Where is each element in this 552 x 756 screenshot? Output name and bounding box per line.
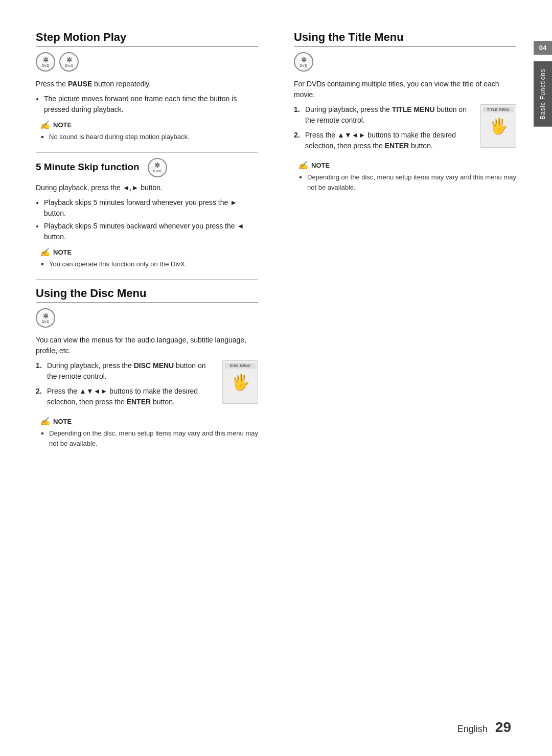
disc-menu-section: Using the Disc Menu ✲ DVD You can view t… <box>36 287 258 448</box>
disc-menu-step-2: 2. Press the ▲▼◄► buttons to make the de… <box>36 386 215 407</box>
divider-2 <box>36 279 258 280</box>
footer-page-number: 29 <box>495 719 511 735</box>
step-motion-note-title: ✍ NOTE <box>40 120 258 130</box>
title-menu-remote-image: TITLE MENU 🖐 <box>480 104 516 148</box>
minute-skip-note-list: You can operate this function only on th… <box>49 259 258 269</box>
disc-menu-note-label: NOTE <box>53 418 72 425</box>
divx-badge: ✲ DivX <box>59 52 79 72</box>
minute-skip-note-label: NOTE <box>53 248 72 256</box>
sidebar-number: 04 <box>534 41 552 55</box>
title-menu-dvd-badge: ✲ DVD <box>294 52 313 72</box>
sidebar-tab: Basic Functions <box>534 61 552 127</box>
minute-skip-bullet-2: Playback skips 5 minutes backward whenev… <box>44 221 258 242</box>
dvd-star: ✲ <box>43 57 49 63</box>
step-motion-badges: ✲ DVD ✲ DivX <box>36 52 258 72</box>
dvd-label: DVD <box>41 64 49 67</box>
right-column: Using the Title Menu ✲ DVD For DVDs cont… <box>289 31 516 453</box>
disc-menu-steps-text: 1. During playback, press the DISC MENU … <box>36 360 215 411</box>
title-menu-steps: 1. During playback, press the TITLE MENU… <box>294 104 473 151</box>
divx-star-2: ✲ <box>154 162 160 169</box>
minute-skip-bullets: Playback skips 5 minutes forward wheneve… <box>44 197 258 242</box>
title-menu-badges: ✲ DVD <box>294 52 516 72</box>
disc-menu-note-list: Depending on the disc, menu setup items … <box>49 428 258 448</box>
title-menu-note: ✍ NOTE Depending on the disc, menu setup… <box>294 161 516 192</box>
title-menu-intro: For DVDs containing multiple titles, you… <box>294 79 516 100</box>
disc-menu-intro: You can view the menus for the audio lan… <box>36 335 258 356</box>
disc-menu-note-item-1: Depending on the disc, menu setup items … <box>49 428 258 448</box>
disc-menu-note: ✍ NOTE Depending on the disc, menu setup… <box>36 417 258 448</box>
title-dvd-star: ✲ <box>301 57 307 63</box>
divx-label: DivX <box>65 64 73 67</box>
page-footer: English 29 <box>457 719 511 736</box>
step-motion-bullet-1: The picture moves forward one frame each… <box>44 94 258 115</box>
title-menu-note-title: ✍ NOTE <box>298 161 516 170</box>
minute-skip-section: 5 Minute Skip function ✲ DivX During pla… <box>36 160 258 269</box>
disc-menu-note-title: ✍ NOTE <box>40 417 258 426</box>
disc-menu-remote-image: DISC MENU 🖐 <box>222 360 258 404</box>
step-motion-note: ✍ NOTE No sound is heard during step mot… <box>36 120 258 142</box>
step-motion-bullets: The picture moves forward one frame each… <box>44 94 258 115</box>
divider-1 <box>36 152 258 153</box>
note-icon-1: ✍ <box>40 120 50 130</box>
disc-step-num-2: 2. <box>36 386 42 397</box>
step-motion-note-label: NOTE <box>53 121 72 129</box>
title-menu-note-list: Depending on the disc, menu setup items … <box>307 172 516 192</box>
disc-menu-steps-row: 1. During playback, press the DISC MENU … <box>36 360 258 411</box>
dvd-badge: ✲ DVD <box>36 52 55 72</box>
title-menu-note-item-1: Depending on the disc, menu setup items … <box>307 172 516 192</box>
title-menu-remote-label: TITLE MENU <box>483 107 514 112</box>
minute-skip-bullet-1: Playback skips 5 minutes forward wheneve… <box>44 197 258 219</box>
disc-menu-step-1: 1. During playback, press the DISC MENU … <box>36 360 215 382</box>
title-menu-steps-text: 1. During playback, press the TITLE MENU… <box>294 104 473 155</box>
title-step-num-1: 1. <box>294 104 300 115</box>
step-motion-note-item-1: No sound is heard during step motion pla… <box>49 132 258 142</box>
note-icon-3: ✍ <box>40 417 50 426</box>
minute-skip-title: 5 Minute Skip function <box>36 162 140 173</box>
step-motion-note-list: No sound is heard during step motion pla… <box>49 132 258 142</box>
footer-language: English <box>457 724 488 734</box>
minute-skip-note-item-1: You can operate this function only on th… <box>49 259 258 269</box>
title-menu-step-2: 2. Press the ▲▼◄► buttons to make the de… <box>294 130 473 151</box>
left-column: Step Motion Play ✲ DVD ✲ DivX Press the … <box>36 31 268 453</box>
disc-step-num-1: 1. <box>36 360 42 371</box>
title-menu-title: Using the Title Menu <box>294 31 516 47</box>
title-menu-step-1: 1. During playback, press the TITLE MENU… <box>294 104 473 126</box>
disc-dvd-star: ✲ <box>43 313 49 319</box>
disc-menu-hand-icon: 🖐 <box>231 373 250 391</box>
title-step-num-2: 2. <box>294 130 300 141</box>
disc-menu-steps: 1. During playback, press the DISC MENU … <box>36 360 215 407</box>
disc-menu-badges: ✲ DVD <box>36 308 258 328</box>
top-two-col: Step Motion Play ✲ DVD ✲ DivX Press the … <box>36 31 516 453</box>
step-motion-title: Step Motion Play <box>36 31 258 47</box>
minute-skip-note: ✍ NOTE You can operate this function onl… <box>36 247 258 269</box>
note-icon-2: ✍ <box>40 247 50 257</box>
minute-skip-intro: During playback, press the ◄,► button. <box>36 182 258 193</box>
step-motion-section: Step Motion Play ✲ DVD ✲ DivX Press the … <box>36 31 258 142</box>
divx-badge-2: ✲ DivX <box>148 158 167 177</box>
title-dvd-label: DVD <box>300 64 307 67</box>
title-menu-steps-row: 1. During playback, press the TITLE MENU… <box>294 104 516 155</box>
title-menu-section: Using the Title Menu ✲ DVD For DVDs cont… <box>294 31 516 192</box>
step-motion-intro: Press the PAUSE button repeatedly. <box>36 79 258 89</box>
disc-menu-remote-label: DISC MENU <box>225 363 256 369</box>
divx-star: ✲ <box>66 57 72 63</box>
minute-skip-note-title: ✍ NOTE <box>40 247 258 257</box>
disc-dvd-label: DVD <box>41 320 49 324</box>
title-menu-note-label: NOTE <box>311 162 330 169</box>
note-icon-4: ✍ <box>298 161 308 170</box>
disc-menu-dvd-badge: ✲ DVD <box>36 308 55 328</box>
divx-label-2: DivX <box>153 169 161 173</box>
disc-menu-title: Using the Disc Menu <box>36 287 258 303</box>
page-container: 04 Basic Functions Step Motion Play ✲ DV… <box>0 0 552 756</box>
title-menu-hand-icon: 🖐 <box>489 117 508 135</box>
